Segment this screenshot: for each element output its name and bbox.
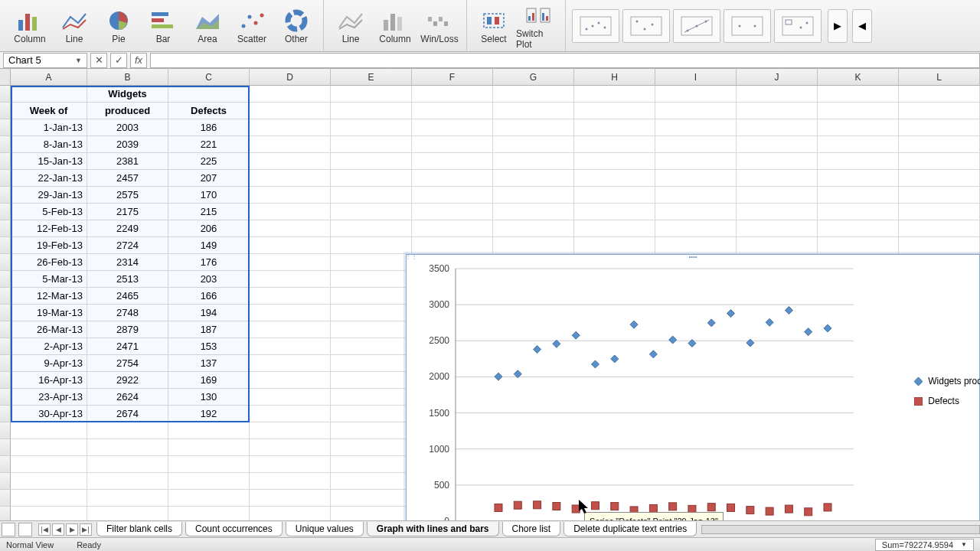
cell[interactable]: 187 [168,321,250,338]
chart-resize-handle[interactable]: ⋮⋮ [405,253,413,261]
cell[interactable] [574,86,655,103]
gallery-prev-icon[interactable]: ◀ [852,9,872,43]
cell[interactable] [412,119,493,136]
row-header[interactable] [0,456,11,473]
cell[interactable]: 29-Jan-13 [11,187,87,204]
bar-button[interactable]: Bar [141,2,185,50]
cell[interactable] [331,136,412,153]
cell[interactable] [737,86,818,103]
cell[interactable] [87,422,168,439]
cell[interactable] [412,187,493,204]
cell[interactable] [737,153,818,170]
cell[interactable] [168,86,250,103]
layout-thumb-1[interactable] [572,9,619,43]
sheet-tab[interactable]: Graph with lines and bars [367,522,499,536]
cell[interactable] [574,103,655,119]
cell[interactable]: 2922 [87,372,168,389]
cell[interactable] [250,456,331,473]
data-point-diamond[interactable] [805,328,812,336]
cell[interactable] [11,86,87,103]
cell[interactable] [250,372,331,389]
cell[interactable] [493,136,574,153]
row-header[interactable] [0,305,11,321]
cell[interactable] [899,136,980,153]
tab-first-icon[interactable]: |◀ [38,523,51,536]
area-button[interactable]: Area [185,2,230,50]
cell[interactable] [493,86,574,103]
cell[interactable] [412,153,493,170]
cell[interactable] [737,237,818,254]
status-sum[interactable]: Sum=792274.9594 ▼ [875,539,974,551]
data-point-diamond[interactable] [553,340,560,347]
column-header-J[interactable]: J [737,69,818,86]
cell[interactable] [899,119,980,136]
cell[interactable] [574,136,655,153]
data-point-square[interactable] [495,504,502,511]
row-header[interactable] [0,153,11,170]
cell[interactable]: 170 [168,187,250,204]
chart-plot-area[interactable]: 050010001500200025003000350017-Dec-126-J… [407,255,980,551]
layout-thumb-4[interactable] [724,9,771,43]
cell[interactable] [168,456,250,473]
row-header[interactable] [0,490,11,507]
cell[interactable]: 2175 [87,204,168,220]
cell[interactable] [87,456,168,473]
data-point-diamond[interactable] [611,355,619,363]
cell[interactable] [493,119,574,136]
fx-icon[interactable]: fx [130,53,147,68]
cell[interactable] [331,355,412,372]
cell[interactable]: 194 [168,305,250,321]
row-header[interactable] [0,237,11,254]
cell[interactable] [412,103,493,119]
cell[interactable] [655,86,737,103]
cell[interactable] [737,170,818,187]
cell[interactable] [250,136,331,153]
cell[interactable] [737,204,818,220]
cell[interactable] [331,153,412,170]
chart-resize-handle-top[interactable]: •••• [688,253,697,260]
cell[interactable]: 2724 [87,237,168,254]
cell[interactable] [493,220,574,237]
cell[interactable] [250,321,331,338]
cell[interactable] [737,187,818,204]
cell[interactable] [899,204,980,220]
cell[interactable]: 26-Mar-13 [11,321,87,338]
cell[interactable] [331,86,412,103]
cell[interactable]: 12-Mar-13 [11,288,87,305]
gallery-next-icon[interactable]: ▶ [828,9,848,43]
cell[interactable] [331,170,412,187]
cell[interactable] [250,473,331,490]
sheet-tab[interactable]: Count occurrences [185,522,283,536]
cell[interactable] [655,119,737,136]
cell[interactable] [331,406,412,422]
row-header[interactable] [0,439,11,456]
cell[interactable] [11,473,87,490]
data-point-square[interactable] [766,507,773,515]
cell[interactable] [899,170,980,187]
data-point-square[interactable] [553,502,560,510]
cell[interactable] [331,507,412,520]
cell[interactable] [493,204,574,220]
cell[interactable] [87,490,168,507]
data-point-diamond[interactable] [591,360,599,368]
column-header-B[interactable]: B [87,69,168,86]
data-point-square[interactable] [514,501,521,509]
data-point-square[interactable] [591,502,599,510]
row-header[interactable] [0,170,11,187]
cell[interactable] [899,220,980,237]
cell[interactable] [574,220,655,237]
cell[interactable] [412,86,493,103]
cell[interactable] [250,220,331,237]
cell[interactable] [168,490,250,507]
cell[interactable]: 176 [168,254,250,271]
row-header[interactable] [0,389,11,406]
cell[interactable]: 19-Mar-13 [11,305,87,321]
cell[interactable] [574,119,655,136]
cell[interactable] [250,119,331,136]
cell[interactable]: 23-Apr-13 [11,389,87,406]
cell[interactable] [331,254,412,271]
cell[interactable]: 2039 [87,136,168,153]
cell[interactable] [655,153,737,170]
cell[interactable] [87,507,168,520]
cell[interactable] [87,473,168,490]
